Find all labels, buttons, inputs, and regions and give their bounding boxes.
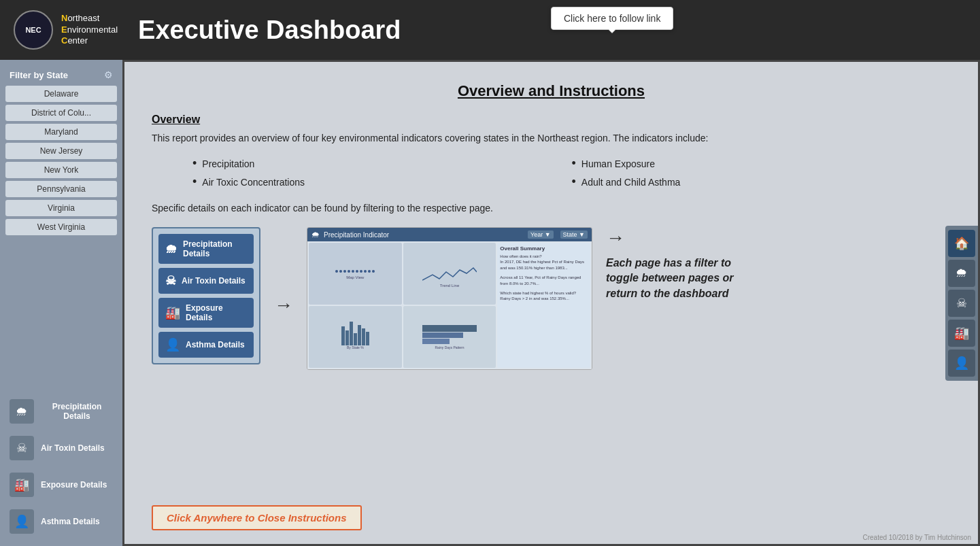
svg-rect-1	[422, 332, 463, 338]
chart-bars-container	[341, 325, 369, 345]
bullet-icon: •	[572, 156, 576, 171]
right-nav-exposure[interactable]: 🏭	[948, 320, 975, 347]
btn-label: Asthma Details	[186, 340, 245, 349]
bar	[350, 322, 353, 345]
panel-btn-exposure[interactable]: 🏭 Exposure Details	[158, 298, 254, 328]
indicator-human-exposure: • Human Exposure	[572, 156, 951, 171]
state-btn-newjersey[interactable]: New Jersey	[5, 143, 117, 159]
factory-icon: 🏭	[165, 305, 180, 320]
bar	[354, 333, 357, 345]
panel-btn-asthma[interactable]: 👤 Asthma Details	[158, 332, 254, 358]
right-nav-asthma[interactable]: 👤	[948, 349, 975, 377]
modal-title: Overview and Instructions	[152, 82, 951, 100]
overview-subtitle: Overview	[152, 114, 951, 126]
factory-icon: 🏭	[10, 473, 34, 497]
sidebar: Filter by State ⚙ Delaware District of C…	[0, 60, 122, 546]
map-dot	[335, 270, 338, 273]
screenshot-title: Precipitation Indicator	[324, 231, 389, 239]
sidebar-label-precipitation: Precipitation Details	[41, 402, 113, 422]
footer-text: Created 10/2018 by Tim Hutchinson	[862, 534, 971, 541]
bar	[345, 330, 349, 345]
nav-buttons-panel: 🌧 Precipitation Details ☠ Air Toxin Deta…	[152, 227, 260, 364]
state-btn-pennsylvania[interactable]: Pennsylvania	[5, 181, 117, 197]
page-title: Executive Dashboard	[138, 16, 401, 45]
btn-label: Precipitation Details	[183, 239, 247, 258]
chart-summary: Overall Summary How often does it rain? …	[497, 243, 590, 368]
panel-btn-airtoxin[interactable]: ☠ Air Toxin Details	[158, 268, 254, 294]
right-nav-precipitation[interactable]: 🌧	[948, 260, 975, 287]
overlay-content: Overview and Instructions Overview This …	[124, 62, 978, 544]
screenshot-header: 🌧 Precipitation Indicator Year ▼ State ▼	[307, 228, 592, 241]
right-nav: 🏠 🌧 ☠ 🏭 👤	[945, 226, 978, 381]
state-btn-delaware[interactable]: Delaware	[5, 86, 117, 102]
screenshot-placeholder: 🌧 Precipitation Indicator Year ▼ State ▼	[307, 227, 592, 370]
panel-btn-precipitation[interactable]: 🌧 Precipitation Details	[158, 234, 254, 264]
org-center: enter	[67, 35, 88, 46]
right-nav-home[interactable]: 🏠	[948, 230, 975, 257]
person-icon: 👤	[10, 509, 34, 534]
sidebar-label-airtoxin: Air Toxin Details	[41, 443, 105, 453]
btn-label: Exposure Details	[186, 303, 247, 322]
callout-tooltip[interactable]: Click here to follow link	[551, 7, 673, 30]
org-n: N	[61, 13, 67, 23]
right-panel: → Each page has a filter to toggle betwe…	[606, 227, 756, 301]
indicator-precipitation: • Precipitation	[192, 156, 572, 171]
bar	[362, 328, 365, 345]
indicator-label: Human Exposure	[581, 158, 655, 169]
sidebar-item-precipitation[interactable]: 🌧 Precipitation Details	[5, 394, 117, 429]
page-filter-text: Each page has a filter to toggle between…	[606, 256, 756, 301]
line-chart-svg	[422, 260, 477, 284]
map-dot	[360, 270, 362, 273]
screenshot-body: Map View Trend Line Overall Summary	[307, 241, 592, 369]
chart-map: Map View	[309, 243, 402, 305]
chart-bars-bottom: By State %	[309, 306, 402, 368]
state-btn-maryland[interactable]: Maryland	[5, 124, 117, 140]
right-nav-airtoxin[interactable]: ☠	[948, 290, 975, 317]
specific-text: Specific details on each indicator can b…	[152, 203, 951, 214]
filter-icon: ⚙	[104, 69, 113, 80]
right-arrow-icon: →	[606, 227, 625, 249]
main-layout: Filter by State ⚙ Delaware District of C…	[0, 60, 980, 546]
skull-icon: ☠	[10, 436, 34, 460]
filter-label: Filter by State	[10, 70, 68, 80]
bullet-icon: •	[192, 156, 197, 171]
logo: NEC	[14, 10, 53, 50]
org-c: C	[61, 35, 67, 46]
state-btn-newyork[interactable]: New York	[5, 162, 117, 178]
org-e: E	[61, 24, 67, 35]
map-dot	[348, 270, 350, 273]
bar	[341, 326, 345, 345]
rain-icon: 🌧	[10, 399, 34, 424]
sidebar-item-asthma[interactable]: 👤 Asthma Details	[5, 504, 117, 539]
state-btn-virginia[interactable]: Virginia	[5, 200, 117, 216]
chart-heatmap: Rainy Days Pattern	[403, 306, 496, 368]
overview-text: This report provides an overview of four…	[152, 131, 951, 146]
content-area[interactable]: Overview and Instructions Overview This …	[122, 60, 980, 546]
map-dot	[368, 270, 371, 273]
svg-rect-0	[422, 325, 477, 332]
bullet-icon: •	[192, 175, 197, 189]
person-icon: 👤	[165, 337, 180, 352]
skull-icon: ☠	[165, 273, 176, 288]
sidebar-label-asthma: Asthma Details	[41, 517, 100, 526]
bar	[358, 325, 361, 345]
org-northeast: ortheast	[67, 13, 99, 23]
callout-text: Click here to follow link	[564, 13, 660, 24]
svg-rect-2	[422, 339, 450, 344]
state-btn-dc[interactable]: District of Colu...	[5, 105, 117, 121]
indicator-label: Air Toxic Concentrations	[202, 177, 305, 188]
sidebar-nav: 🌧 Precipitation Details ☠ Air Toxin Deta…	[5, 394, 117, 539]
indicator-label: Precipitation	[202, 158, 254, 169]
chart-line: Trend Line	[403, 243, 496, 305]
diagram-area: 🌧 Precipitation Details ☠ Air Toxin Deta…	[152, 227, 951, 370]
sidebar-item-airtoxin[interactable]: ☠ Air Toxin Details	[5, 430, 117, 466]
org-name: Northeast Environmental Center	[61, 13, 118, 48]
map-dot	[343, 270, 346, 273]
close-btn-container: Click Anywhere to Close Instructions	[152, 505, 362, 530]
btn-label: Air Toxin Details	[182, 276, 246, 286]
state-btn-westvirginia[interactable]: West Virginia	[5, 219, 117, 235]
close-instructions-button[interactable]: Click Anywhere to Close Instructions	[152, 505, 362, 530]
filter-header: Filter by State ⚙	[5, 67, 117, 86]
map-dots	[334, 269, 376, 274]
sidebar-item-exposure[interactable]: 🏭 Exposure Details	[5, 467, 117, 502]
